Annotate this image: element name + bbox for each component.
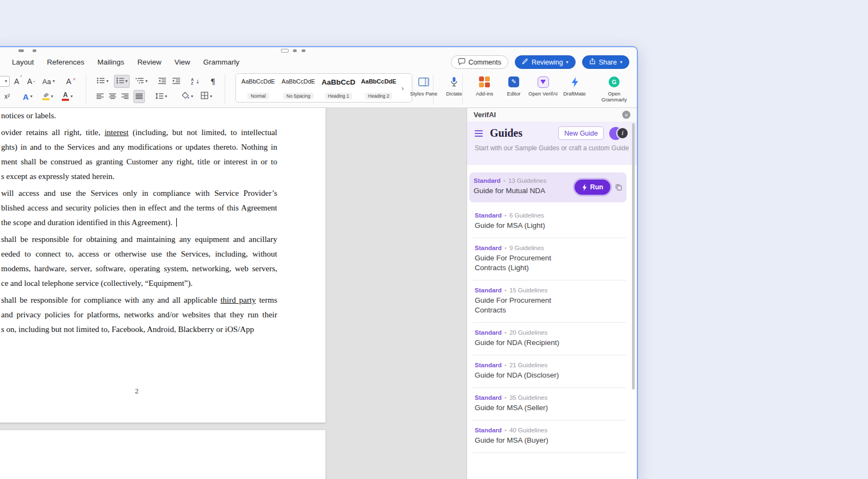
- justify-button[interactable]: [133, 91, 145, 103]
- guide-list-item[interactable]: Standard•40 GuidelinesGuide for MSA (Buy…: [473, 420, 626, 453]
- reviewing-button[interactable]: Reviewing ▾: [515, 55, 576, 69]
- align-left-button[interactable]: [97, 91, 104, 103]
- guide-type-label: Standard: [475, 329, 502, 336]
- sort-az-icon: AZ: [191, 78, 194, 85]
- line-spacing-icon: [155, 92, 163, 101]
- line-spacing-button[interactable]: ▾: [155, 91, 167, 103]
- guide-meta: Standard•20 Guidelines: [475, 329, 626, 336]
- decrease-indent-button[interactable]: [158, 75, 167, 87]
- guide-meta: Standard•9 Guidelines: [475, 245, 626, 251]
- editor-button[interactable]: ✎ Editor: [498, 74, 529, 107]
- document-line: shall be responsible for obtaining and m…: [1, 232, 277, 247]
- guideline-count: 15 Guidelines: [509, 287, 547, 293]
- numbering-button[interactable]: ▾: [114, 75, 130, 87]
- document-line: the scope and duration identified in thi…: [1, 215, 277, 230]
- chevron-down-icon: ▾: [210, 94, 212, 99]
- guide-list-item[interactable]: Standard•35 GuidelinesGuide for MSA (Sel…: [473, 388, 626, 420]
- document-page-2[interactable]: [0, 430, 326, 479]
- dot-separator: •: [505, 212, 507, 219]
- grow-font-glyph: A: [14, 78, 19, 85]
- guide-list-item[interactable]: Standard•9 GuidelinesGuide For Procureme…: [473, 238, 626, 280]
- dictate-button[interactable]: Dictate: [438, 74, 470, 107]
- styles-pane-icon: [418, 74, 429, 90]
- add-ins-button[interactable]: Add-ins: [469, 74, 500, 107]
- pilcrow-icon: ¶: [210, 77, 215, 86]
- styles-pane-button[interactable]: Styles Pane: [408, 74, 439, 107]
- gallery-expand-button[interactable]: ›: [399, 76, 406, 100]
- guide-type-label: Standard: [475, 287, 502, 293]
- highlight-color-button[interactable]: ▾: [42, 91, 53, 103]
- document-line: and privacy policies for platforms, netw…: [1, 308, 277, 322]
- borders-button[interactable]: ▾: [201, 91, 212, 103]
- document-line: s except as expressly stated herein.: [1, 169, 277, 184]
- menu-icon[interactable]: [475, 130, 483, 137]
- guide-list-item[interactable]: Standard•15 GuidelinesGuide For Procurem…: [473, 280, 626, 323]
- tab-view[interactable]: View: [174, 58, 190, 66]
- guide-type-label: Standard: [475, 394, 502, 401]
- dot-separator: •: [505, 362, 507, 368]
- tab-layout[interactable]: Layout: [12, 58, 34, 66]
- comments-label: Comments: [469, 59, 501, 66]
- tab-references[interactable]: References: [47, 58, 85, 66]
- guide-list-item[interactable]: Standard•6 GuidelinesGuide for MSA (Ligh…: [473, 206, 626, 238]
- style-card-no-spacing[interactable]: AaBbCcDdE No Spacing: [278, 76, 318, 100]
- align-center-button[interactable]: [109, 91, 116, 103]
- open-grammarly-button[interactable]: G Open Grammarly: [596, 74, 633, 107]
- guide-list-item[interactable]: Standard•21 GuidelinesGuide for NDA (Dis…: [473, 355, 626, 388]
- info-icon[interactable]: i: [616, 127, 629, 139]
- decrease-indent-icon: [158, 76, 167, 86]
- app-label: Open Grammarly: [596, 91, 633, 103]
- font-size-combo-fragment[interactable]: ▾: [0, 75, 10, 87]
- font-color-button[interactable]: A ▾: [62, 91, 73, 103]
- panel-scrollbar[interactable]: [632, 123, 635, 389]
- app-label: Dictate: [446, 91, 462, 97]
- font-color-icon: A: [62, 92, 69, 101]
- close-icon[interactable]: ×: [622, 111, 630, 119]
- superscript-button[interactable]: x²: [4, 91, 10, 103]
- clear-formatting-button[interactable]: A×: [66, 75, 76, 87]
- copy-icon[interactable]: [614, 183, 623, 191]
- chevron-down-icon: ▾: [30, 94, 33, 99]
- style-card-heading-2[interactable]: AaBbCcDdE Heading 2: [359, 76, 399, 100]
- guide-name: Guide For Procurement Contracts (Light): [475, 253, 575, 273]
- paint-bucket-icon: [181, 92, 189, 101]
- style-card-normal[interactable]: AaBbCcDdE Normal: [238, 76, 278, 100]
- increase-indent-button[interactable]: [173, 75, 181, 87]
- shading-button[interactable]: ▾: [181, 91, 193, 103]
- app-label: Open VerifAI: [528, 91, 558, 97]
- guideline-count: 21 Guidelines: [509, 362, 547, 368]
- toolbar-icon-fragment: [18, 49, 24, 52]
- style-card-heading-1[interactable]: AaBbCcD Heading 1: [318, 76, 359, 100]
- dot-separator: •: [505, 287, 507, 293]
- new-guide-button[interactable]: New Guide: [558, 126, 604, 140]
- document-line: ghts) in and to the Services and any mod…: [1, 140, 277, 155]
- app-label: Add-ins: [476, 91, 493, 97]
- multilevel-list-button[interactable]: ▾: [136, 75, 148, 87]
- chevron-down-icon: ▾: [145, 79, 148, 84]
- tab-mailings[interactable]: Mailings: [98, 58, 125, 66]
- tab-grammarly[interactable]: Grammarly: [203, 58, 239, 66]
- guide-list-item[interactable]: Standard•20 GuidelinesGuide for NDA (Rec…: [473, 323, 626, 355]
- guide-name: Guide For Procurement Contracts: [475, 296, 575, 315]
- share-button[interactable]: Share ▾: [582, 55, 629, 69]
- draftmate-button[interactable]: DraftMate: [559, 74, 590, 107]
- tab-review[interactable]: Review: [137, 58, 161, 66]
- comments-button[interactable]: Comments: [451, 55, 508, 69]
- app-label: DraftMate: [563, 91, 586, 97]
- guide-list-item[interactable]: Standard•13 GuidelinesGuide for Mutual N…: [469, 173, 627, 202]
- open-verifai-button[interactable]: Open VerifAI: [527, 74, 559, 107]
- bullets-button[interactable]: ▾: [97, 75, 108, 87]
- show-formatting-marks-button[interactable]: ¶: [210, 75, 215, 87]
- panel-header: VerifAI ×: [467, 108, 637, 122]
- document-page[interactable]: notices or labels.ovider retains all rig…: [0, 108, 326, 423]
- grow-font-button[interactable]: Aˆ: [14, 75, 22, 87]
- multilevel-list-icon: [136, 76, 144, 86]
- chevron-down-icon: ▾: [106, 79, 108, 84]
- run-button[interactable]: Run: [575, 180, 610, 195]
- align-right-button[interactable]: [122, 91, 129, 103]
- document-line: s on, including but not limited to, Face…: [1, 322, 277, 337]
- shrink-font-button[interactable]: Aˇ: [27, 75, 35, 87]
- sort-button[interactable]: AZ ↓: [191, 75, 200, 87]
- change-case-button[interactable]: Aa ▾: [42, 75, 55, 87]
- text-effects-button[interactable]: A ▾: [23, 91, 33, 103]
